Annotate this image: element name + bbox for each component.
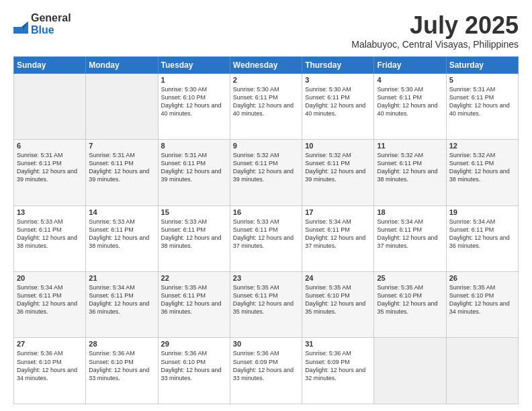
day-info: Sunrise: 5:31 AM Sunset: 6:11 PM Dayligh… [89, 151, 154, 184]
table-row: 16Sunrise: 5:33 AM Sunset: 6:11 PM Dayli… [230, 205, 302, 271]
day-info: Sunrise: 5:34 AM Sunset: 6:11 PM Dayligh… [305, 218, 371, 250]
table-row [14, 73, 86, 139]
table-row: 21Sunrise: 5:34 AM Sunset: 6:11 PM Dayli… [86, 272, 158, 338]
day-info: Sunrise: 5:35 AM Sunset: 6:10 PM Dayligh… [449, 283, 515, 316]
header: General Blue July 2025 Malabuyoc, Centra… [13, 12, 519, 50]
table-row: 13Sunrise: 5:33 AM Sunset: 6:11 PM Dayli… [14, 205, 86, 271]
day-info: Sunrise: 5:33 AM Sunset: 6:11 PM Dayligh… [89, 218, 154, 250]
svg-rect-2 [13, 27, 23, 34]
calendar-table: Sunday Monday Tuesday Wednesday Thursday… [13, 56, 519, 404]
title-block: July 2025 Malabuyoc, Central Visayas, Ph… [351, 12, 519, 50]
table-row: 27Sunrise: 5:36 AM Sunset: 6:10 PM Dayli… [14, 338, 86, 404]
table-row: 9Sunrise: 5:32 AM Sunset: 6:11 PM Daylig… [230, 140, 302, 205]
table-row: 24Sunrise: 5:35 AM Sunset: 6:10 PM Dayli… [302, 272, 374, 338]
logo-general-text: General [31, 12, 71, 24]
day-number: 21 [89, 274, 154, 282]
day-info: Sunrise: 5:31 AM Sunset: 6:11 PM Dayligh… [17, 151, 83, 184]
table-row: 14Sunrise: 5:33 AM Sunset: 6:11 PM Dayli… [86, 205, 158, 271]
table-row: 31Sunrise: 5:36 AM Sunset: 6:09 PM Dayli… [302, 338, 374, 404]
table-row: 12Sunrise: 5:32 AM Sunset: 6:11 PM Dayli… [446, 140, 518, 205]
day-number: 7 [89, 142, 154, 150]
page: General Blue July 2025 Malabuyoc, Centra… [0, 0, 532, 411]
table-row: 28Sunrise: 5:36 AM Sunset: 6:10 PM Dayli… [86, 338, 158, 404]
day-number: 24 [305, 274, 371, 282]
table-row: 30Sunrise: 5:36 AM Sunset: 6:09 PM Dayli… [230, 338, 302, 404]
day-number: 13 [17, 208, 83, 216]
logo-icon [13, 15, 28, 34]
main-title: July 2025 [351, 12, 519, 39]
day-number: 30 [233, 340, 299, 348]
table-row: 18Sunrise: 5:34 AM Sunset: 6:11 PM Dayli… [374, 205, 446, 271]
logo-text: General Blue [31, 12, 71, 36]
table-row: 20Sunrise: 5:34 AM Sunset: 6:11 PM Dayli… [14, 272, 86, 338]
day-info: Sunrise: 5:36 AM Sunset: 6:09 PM Dayligh… [305, 349, 371, 382]
day-number: 9 [233, 142, 299, 150]
day-info: Sunrise: 5:36 AM Sunset: 6:10 PM Dayligh… [17, 349, 83, 382]
day-info: Sunrise: 5:31 AM Sunset: 6:11 PM Dayligh… [161, 151, 227, 184]
table-row [86, 73, 158, 139]
day-info: Sunrise: 5:32 AM Sunset: 6:11 PM Dayligh… [305, 151, 371, 184]
day-number: 12 [449, 142, 515, 150]
day-info: Sunrise: 5:32 AM Sunset: 6:11 PM Dayligh… [377, 151, 443, 184]
table-row: 6Sunrise: 5:31 AM Sunset: 6:11 PM Daylig… [14, 140, 86, 205]
day-number: 27 [17, 340, 83, 348]
day-info: Sunrise: 5:30 AM Sunset: 6:11 PM Dayligh… [305, 85, 371, 118]
day-info: Sunrise: 5:33 AM Sunset: 6:11 PM Dayligh… [161, 218, 227, 250]
table-row: 17Sunrise: 5:34 AM Sunset: 6:11 PM Dayli… [302, 205, 374, 271]
day-info: Sunrise: 5:34 AM Sunset: 6:11 PM Dayligh… [17, 283, 83, 316]
col-wednesday: Wednesday [230, 56, 302, 73]
day-info: Sunrise: 5:35 AM Sunset: 6:11 PM Dayligh… [161, 283, 227, 316]
day-number: 5 [449, 76, 515, 84]
table-row: 3Sunrise: 5:30 AM Sunset: 6:11 PM Daylig… [302, 73, 374, 139]
col-saturday: Saturday [446, 56, 518, 73]
day-number: 8 [161, 142, 227, 150]
day-number: 29 [161, 340, 227, 348]
day-info: Sunrise: 5:30 AM Sunset: 6:11 PM Dayligh… [377, 85, 443, 118]
table-row: 11Sunrise: 5:32 AM Sunset: 6:11 PM Dayli… [374, 140, 446, 205]
calendar-week-row: 1Sunrise: 5:30 AM Sunset: 6:10 PM Daylig… [14, 73, 519, 139]
table-row: 26Sunrise: 5:35 AM Sunset: 6:10 PM Dayli… [446, 272, 518, 338]
day-info: Sunrise: 5:31 AM Sunset: 6:11 PM Dayligh… [449, 85, 515, 118]
day-info: Sunrise: 5:30 AM Sunset: 6:11 PM Dayligh… [233, 85, 299, 118]
table-row: 1Sunrise: 5:30 AM Sunset: 6:10 PM Daylig… [158, 73, 230, 139]
day-number: 6 [17, 142, 83, 150]
day-number: 26 [449, 274, 515, 282]
day-number: 15 [161, 208, 227, 216]
day-info: Sunrise: 5:34 AM Sunset: 6:11 PM Dayligh… [449, 218, 515, 250]
calendar-week-row: 6Sunrise: 5:31 AM Sunset: 6:11 PM Daylig… [14, 140, 519, 205]
day-number: 23 [233, 274, 299, 282]
day-info: Sunrise: 5:35 AM Sunset: 6:10 PM Dayligh… [377, 283, 443, 316]
day-number: 14 [89, 208, 154, 216]
day-info: Sunrise: 5:34 AM Sunset: 6:11 PM Dayligh… [89, 283, 154, 316]
day-number: 20 [17, 274, 83, 282]
logo: General Blue [13, 12, 71, 36]
day-number: 17 [305, 208, 371, 216]
day-number: 2 [233, 76, 299, 84]
table-row: 5Sunrise: 5:31 AM Sunset: 6:11 PM Daylig… [446, 73, 518, 139]
day-number: 16 [233, 208, 299, 216]
table-row [446, 338, 518, 404]
day-number: 19 [449, 208, 515, 216]
table-row: 4Sunrise: 5:30 AM Sunset: 6:11 PM Daylig… [374, 73, 446, 139]
day-number: 25 [377, 274, 443, 282]
day-info: Sunrise: 5:35 AM Sunset: 6:10 PM Dayligh… [305, 283, 371, 316]
day-number: 18 [377, 208, 443, 216]
day-info: Sunrise: 5:32 AM Sunset: 6:11 PM Dayligh… [233, 151, 299, 184]
table-row: 7Sunrise: 5:31 AM Sunset: 6:11 PM Daylig… [86, 140, 158, 205]
col-friday: Friday [374, 56, 446, 73]
day-info: Sunrise: 5:32 AM Sunset: 6:11 PM Dayligh… [449, 151, 515, 184]
col-tuesday: Tuesday [158, 56, 230, 73]
day-number: 1 [161, 76, 227, 84]
day-number: 3 [305, 76, 371, 84]
calendar-header-row: Sunday Monday Tuesday Wednesday Thursday… [14, 56, 519, 73]
day-info: Sunrise: 5:33 AM Sunset: 6:11 PM Dayligh… [17, 218, 83, 250]
table-row: 29Sunrise: 5:36 AM Sunset: 6:10 PM Dayli… [158, 338, 230, 404]
day-number: 31 [305, 340, 371, 348]
table-row: 10Sunrise: 5:32 AM Sunset: 6:11 PM Dayli… [302, 140, 374, 205]
table-row: 23Sunrise: 5:35 AM Sunset: 6:11 PM Dayli… [230, 272, 302, 338]
day-info: Sunrise: 5:36 AM Sunset: 6:10 PM Dayligh… [89, 349, 154, 382]
day-info: Sunrise: 5:33 AM Sunset: 6:11 PM Dayligh… [233, 218, 299, 250]
day-info: Sunrise: 5:35 AM Sunset: 6:11 PM Dayligh… [233, 283, 299, 316]
col-sunday: Sunday [14, 56, 86, 73]
day-number: 4 [377, 76, 443, 84]
